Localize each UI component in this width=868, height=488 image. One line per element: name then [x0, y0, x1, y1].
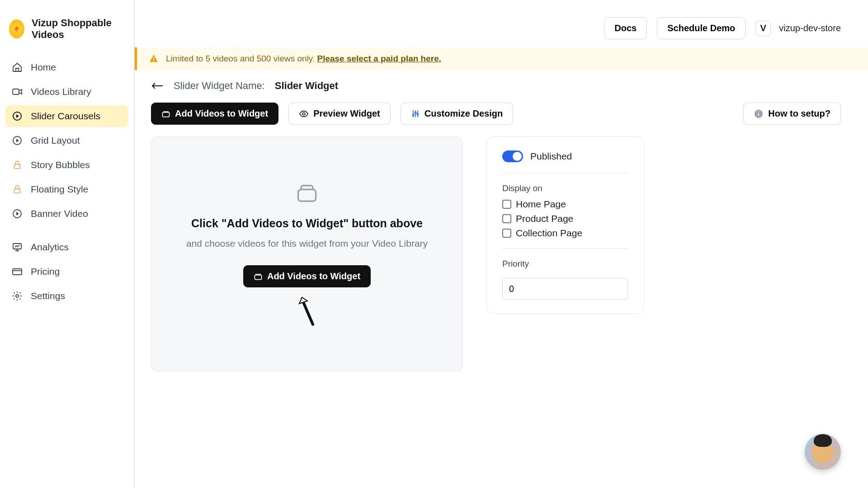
svg-rect-18 [758, 111, 759, 112]
sidebar-item-slider-carousels[interactable]: Slider Carousels [5, 105, 128, 127]
eye-icon [299, 109, 309, 119]
home-icon [12, 62, 23, 73]
topbar: Docs Schedule Demo V vizup-dev-store [135, 0, 868, 47]
svg-rect-19 [298, 189, 316, 201]
preview-label: Preview Widget [313, 108, 380, 119]
schedule-demo-button[interactable]: Schedule Demo [657, 17, 745, 39]
lock-icon [12, 160, 23, 170]
sidebar-item-label: Home [31, 62, 56, 73]
published-label: Published [530, 151, 572, 162]
sidebar-item-label: Slider Carousels [31, 111, 100, 122]
sidebar-item-label: Story Bubbles [31, 160, 90, 170]
collection-page-checkbox[interactable] [502, 229, 511, 238]
published-row: Published [502, 150, 628, 174]
info-icon [754, 109, 764, 119]
account-menu[interactable]: V vizup-dev-store [755, 21, 841, 36]
warning-icon [149, 54, 159, 64]
how-to-setup-button[interactable]: How to setup? [743, 103, 841, 125]
library-large-icon [294, 182, 320, 205]
svg-rect-4 [14, 189, 20, 193]
pointer-arrow-icon [297, 296, 317, 326]
svg-rect-3 [14, 164, 20, 169]
sidebar-item-analytics[interactable]: Analytics [5, 236, 128, 258]
library-icon [254, 272, 263, 281]
add-videos-cta-label: Add Videos to Widget [267, 271, 360, 282]
brand: Vizup Shoppable Videos [5, 17, 128, 54]
add-videos-button[interactable]: Add Videos to Widget [151, 103, 278, 125]
brand-logo-icon [9, 19, 24, 38]
priority-label: Priority [502, 259, 628, 269]
credit-card-icon [12, 266, 23, 277]
widget-name-value: Slider Widget [275, 80, 338, 92]
preview-widget-button[interactable]: Preview Widget [288, 103, 391, 125]
display-product-row: Product Page [502, 213, 628, 224]
add-videos-cta-button[interactable]: Add Videos to Widget [243, 265, 371, 287]
svg-rect-9 [153, 57, 154, 59]
svg-rect-10 [153, 61, 154, 61]
main: Docs Schedule Demo V vizup-dev-store Lim… [135, 0, 868, 488]
customize-label: Customize Design [425, 108, 503, 119]
widget-name-label: Slider Widget Name: [174, 80, 265, 92]
empty-state-card: Click "Add Videos to Widget" button abov… [151, 136, 463, 371]
back-button[interactable] [151, 81, 164, 90]
play-circle-icon [12, 135, 23, 146]
home-page-label: Home Page [516, 199, 566, 210]
sidebar-item-videos-library[interactable]: Videos Library [5, 81, 128, 103]
add-videos-label: Add Videos to Widget [175, 108, 268, 119]
video-camera-icon [12, 86, 23, 97]
presentation-icon [12, 242, 23, 253]
support-chat-button[interactable] [805, 434, 841, 470]
sidebar-nav: Home Videos Library Slider Carousels Gri… [5, 56, 128, 307]
customize-design-button[interactable]: Customize Design [401, 103, 513, 125]
published-toggle[interactable] [502, 150, 523, 162]
sidebar: Vizup Shoppable Videos Home Videos Libra… [0, 0, 135, 488]
sidebar-item-story-bubbles[interactable]: Story Bubbles [5, 154, 128, 176]
how-to-setup-label: How to setup? [768, 108, 830, 119]
sidebar-item-label: Pricing [31, 266, 60, 277]
widget-header-row: Slider Widget Name: Slider Widget [151, 80, 841, 92]
widget-toolbar: Add Videos to Widget Preview Widget Cust… [151, 103, 841, 125]
sidebar-item-pricing[interactable]: Pricing [5, 261, 128, 282]
product-page-checkbox[interactable] [502, 214, 511, 223]
account-avatar: V [755, 21, 771, 36]
content: Slider Widget Name: Slider Widget Add Vi… [135, 70, 868, 371]
play-circle-icon [12, 208, 23, 219]
sidebar-item-home[interactable]: Home [5, 56, 128, 78]
priority-input[interactable] [502, 278, 628, 300]
brand-title: Vizup Shoppable Videos [32, 17, 125, 41]
svg-point-15 [417, 113, 418, 115]
sidebar-item-label: Videos Library [31, 86, 91, 97]
svg-rect-0 [13, 89, 19, 94]
sidebar-item-settings[interactable]: Settings [5, 285, 128, 307]
sidebar-item-label: Grid Layout [31, 135, 80, 146]
product-page-label: Product Page [516, 213, 573, 224]
svg-point-12 [302, 113, 305, 115]
sidebar-item-banner-video[interactable]: Banner Video [5, 203, 128, 225]
home-page-checkbox[interactable] [502, 200, 511, 209]
docs-label: Docs [614, 23, 637, 33]
svg-rect-7 [13, 269, 22, 275]
select-plan-link[interactable]: Please select a paid plan here. [317, 54, 441, 63]
sidebar-item-label: Banner Video [31, 208, 88, 219]
svg-point-14 [415, 112, 416, 113]
svg-point-13 [412, 114, 414, 115]
display-collection-row: Collection Page [502, 228, 628, 239]
svg-rect-11 [163, 112, 170, 117]
sidebar-item-floating-style[interactable]: Floating Style [5, 178, 128, 200]
svg-rect-17 [758, 113, 759, 116]
lock-icon [12, 184, 23, 195]
empty-title: Click "Add Videos to Widget" button abov… [191, 217, 423, 230]
empty-subtitle: and choose videos for this widget from y… [186, 238, 428, 249]
sidebar-item-label: Settings [31, 291, 65, 301]
account-name: vizup-dev-store [779, 23, 841, 33]
docs-button[interactable]: Docs [604, 17, 647, 39]
collection-page-label: Collection Page [516, 228, 582, 239]
sidebar-item-label: Floating Style [31, 184, 88, 195]
panel-row: Click "Add Videos to Widget" button abov… [151, 136, 841, 371]
alert-text: Limited to 5 videos and 500 views only. … [166, 54, 441, 64]
widget-settings-card: Published Display on Home Page Product P… [486, 136, 644, 314]
library-icon [161, 109, 170, 118]
gear-icon [12, 291, 23, 301]
svg-rect-20 [255, 275, 261, 279]
sidebar-item-grid-layout[interactable]: Grid Layout [5, 130, 128, 151]
